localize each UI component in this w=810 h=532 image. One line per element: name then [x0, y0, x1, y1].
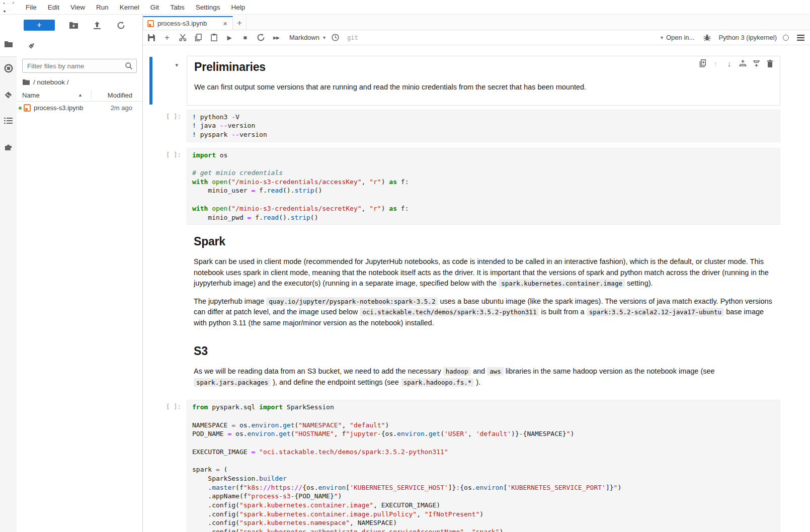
git-clone-button[interactable]	[28, 41, 35, 52]
sort-ascending-icon: ▲	[78, 93, 83, 98]
menu-item-tabs[interactable]: Tabs	[165, 4, 190, 11]
markdown-cell[interactable]: ▾PreliminariesWe can first output some v…	[143, 56, 810, 106]
toolbar-menu-button[interactable]	[796, 32, 805, 44]
insert-cell-below-button[interactable]	[750, 58, 763, 69]
file-browser-icon[interactable]	[0, 37, 17, 52]
code-cell[interactable]: [ ]:! python3 -V! java --version! pyspar…	[143, 110, 810, 142]
code-cell-editor[interactable]: ! python3 -V! java --version! pyspark --…	[187, 110, 780, 142]
code-cell-editor[interactable]: import os # get minio credentialswith op…	[187, 148, 780, 225]
refresh-button[interactable]	[116, 20, 126, 30]
code-line: .config("spark.kubernetes.container.imag…	[192, 510, 775, 519]
cell-prompt: [ ]:	[166, 151, 181, 158]
markdown-cell[interactable]: SparkSpark can be used in client mode (r…	[143, 225, 810, 334]
restart-kernel-button[interactable]	[256, 32, 265, 44]
notebook-scroll-area[interactable]: ▾PreliminariesWe can first output some v…	[143, 45, 810, 532]
column-header-name[interactable]: Name	[22, 92, 40, 99]
chevron-down-icon: ▾	[323, 35, 326, 40]
menu-item-run[interactable]: Run	[91, 4, 114, 11]
paste-cells-button[interactable]	[209, 32, 218, 44]
heading-collapser-icon[interactable]: ▾	[175, 62, 178, 68]
debugger-button[interactable]	[702, 32, 711, 44]
run-cell-button[interactable]: ▶	[225, 32, 234, 44]
menu-bar: FileEditViewRunKernelGitTabsSettingsHelp	[0, 0, 810, 15]
file-row[interactable]: process-s3.ipynb 2m ago	[17, 102, 142, 114]
column-header-modified[interactable]: Modified	[108, 92, 132, 99]
code-line: minio_user = f.read().strip()	[192, 186, 775, 195]
save-button[interactable]	[147, 32, 156, 44]
kernel-status-icon[interactable]	[783, 35, 789, 41]
code-line: .config("spark.kubernetes.container.imag…	[192, 501, 775, 510]
markdown-heading: S3	[194, 344, 773, 358]
move-cell-down-button[interactable]: ↓	[722, 58, 736, 69]
code-cell[interactable]: [ ]:import os # get minio credentialswit…	[143, 148, 810, 225]
insert-cell-above-button[interactable]	[736, 58, 750, 69]
interrupt-kernel-button[interactable]: ■	[240, 32, 250, 44]
new-tab-button[interactable]: +	[233, 16, 247, 30]
copy-cells-button[interactable]	[194, 32, 203, 44]
markdown-heading: Spark	[194, 235, 773, 248]
cell-gutter: [ ]:	[143, 400, 187, 532]
new-launcher-button[interactable]: +	[24, 20, 55, 31]
menu-item-edit[interactable]: Edit	[42, 4, 65, 11]
execution-time-button[interactable]	[331, 32, 340, 44]
markdown-cell[interactable]: S3As we will be reading data from an S3 …	[143, 334, 810, 394]
duplicate-cell-button[interactable]	[695, 58, 709, 69]
code-line: ! pyspark --version	[192, 130, 775, 139]
column-divider	[91, 91, 92, 100]
cell-type-select[interactable]: Markdown ▾	[289, 34, 326, 41]
file-open-dot	[19, 107, 22, 110]
code-line: minio_pwd = f.read().strip()	[192, 213, 775, 222]
open-in-dropdown[interactable]: ▾ Open in...	[661, 34, 694, 41]
menu-item-view[interactable]: View	[65, 4, 91, 11]
notebook-file-icon	[24, 104, 31, 112]
kernel-name[interactable]: Python 3 (ipykernel)	[718, 34, 777, 41]
tab-close-icon[interactable]: ×	[222, 19, 228, 28]
menu-item-help[interactable]: Help	[225, 4, 251, 11]
markdown-cell-content[interactable]: PreliminariesWe can first output some ve…	[187, 56, 780, 106]
save-icon	[148, 34, 155, 41]
tab-title: process-s3.ipynb	[157, 20, 222, 27]
restart-run-all-button[interactable]: ▶▶	[272, 32, 281, 44]
extension-manager-icon[interactable]	[0, 139, 17, 154]
running-sessions-icon[interactable]	[0, 61, 17, 76]
code-line: .config("spark.kubernetes.authenticate.d…	[192, 527, 775, 532]
tab-bar: process-s3.ipynb × +	[143, 15, 810, 30]
menu-item-settings[interactable]: Settings	[190, 4, 226, 11]
git-sidebar-icon[interactable]	[0, 87, 17, 102]
delete-cell-button[interactable]	[763, 58, 777, 69]
code-line: import os	[192, 151, 775, 160]
inline-code: oci.stackable.tech/demos/spark:3.5.2-pyt…	[360, 308, 539, 316]
notebook-toolbar: + ▶ ■ ▶▶ Markdown ▾ git ▾ Open in...	[143, 30, 810, 45]
new-folder-button[interactable]	[68, 20, 78, 30]
jupyter-logo-icon	[3, 2, 15, 13]
markdown-cell-content[interactable]: S3As we will be reading data from an S3 …	[187, 334, 780, 394]
cut-cells-button[interactable]	[178, 32, 187, 44]
file-browser-panel: + / notebook / Name ▲ Modified	[17, 15, 143, 532]
filter-files-input[interactable]	[23, 62, 125, 70]
menu-item-git[interactable]: Git	[145, 4, 165, 11]
table-of-contents-icon[interactable]	[0, 113, 17, 128]
tab-process-s3[interactable]: process-s3.ipynb ×	[143, 16, 233, 30]
code-line: # get minio credentials	[192, 168, 775, 178]
upload-button[interactable]	[92, 20, 102, 30]
code-cell[interactable]: [ ]:from pyspark.sql import SparkSession…	[143, 400, 810, 532]
trash-icon	[767, 60, 773, 67]
inline-code: quay.io/jupyter/pyspark-notebook:spark-3…	[266, 297, 438, 306]
filter-files-box	[22, 59, 137, 73]
duplicate-icon	[698, 59, 706, 67]
insert-cell-button[interactable]: +	[163, 32, 172, 44]
search-icon	[125, 62, 132, 69]
menu-item-file[interactable]: File	[20, 4, 42, 11]
menu-item-kernel[interactable]: Kernel	[114, 4, 145, 11]
file-list: process-s3.ipynb 2m ago	[17, 102, 142, 114]
breadcrumb[interactable]: / notebook /	[23, 77, 69, 87]
move-cell-up-button[interactable]: ↑	[709, 58, 722, 69]
inline-code: spark.hadoopo.fs.*	[401, 378, 474, 387]
code-cell-editor[interactable]: from pyspark.sql import SparkSession NAM…	[187, 400, 780, 532]
main-area: process-s3.ipynb × + + ▶ ■ ▶▶ Markdown ▾	[143, 15, 810, 532]
bug-icon	[703, 34, 711, 41]
hamburger-icon	[797, 35, 804, 41]
markdown-cell-content[interactable]: SparkSpark can be used in client mode (r…	[187, 225, 780, 334]
code-line: with open("/minio-s3-credentials/accessK…	[192, 178, 775, 187]
code-line: with open("/minio-s3-credentials/secretK…	[192, 204, 775, 213]
